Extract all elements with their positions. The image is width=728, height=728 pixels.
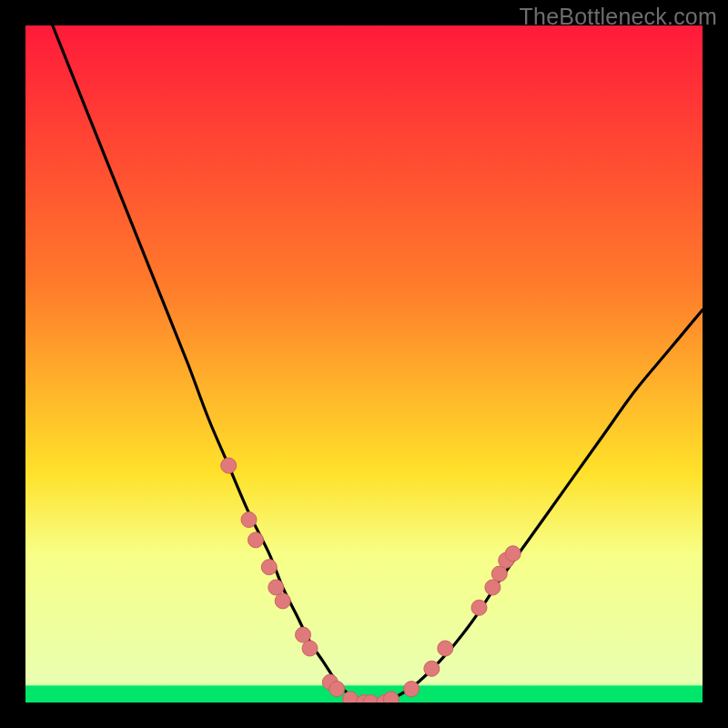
data-marker (471, 600, 487, 615)
data-marker (241, 512, 257, 528)
data-marker (438, 641, 453, 656)
bottleneck-chart (25, 25, 703, 703)
data-marker (485, 580, 500, 595)
data-marker (268, 580, 284, 595)
data-marker (329, 682, 345, 697)
data-marker (275, 593, 290, 609)
data-marker (343, 692, 359, 703)
data-marker (383, 692, 399, 703)
gradient-background (25, 25, 703, 703)
chart-frame: TheBottleneck.com (0, 0, 728, 728)
data-marker (404, 682, 420, 697)
data-marker (296, 627, 311, 642)
data-marker (424, 661, 440, 676)
data-marker (505, 546, 521, 561)
data-marker (261, 560, 277, 575)
data-marker (221, 458, 237, 473)
data-marker (302, 641, 318, 656)
data-marker (248, 532, 264, 548)
